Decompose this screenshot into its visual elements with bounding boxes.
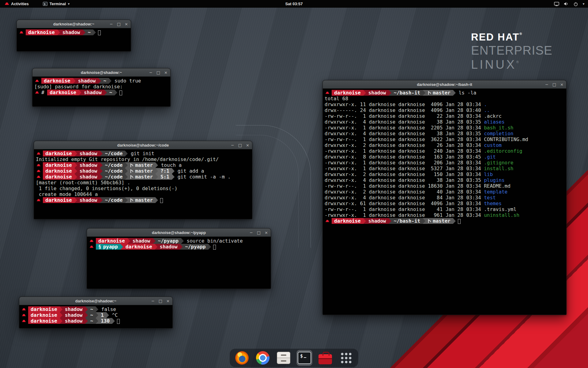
redhat-prompt-icon bbox=[35, 80, 39, 82]
maximize-button[interactable]: □ bbox=[117, 22, 121, 26]
close-button[interactable]: × bbox=[166, 299, 170, 303]
powerline-separator-icon bbox=[73, 78, 76, 84]
terminal-line: Initialized empty Git repository in /hom… bbox=[36, 156, 250, 162]
terminal-line: darknoiseshadow~1 ^C bbox=[21, 312, 171, 318]
minimize-button[interactable]: − bbox=[149, 71, 153, 75]
terminal-cursor bbox=[160, 198, 163, 203]
powerline-separator-icon bbox=[100, 197, 103, 203]
prompt-segment: ~ bbox=[88, 312, 96, 318]
dock-item-files[interactable] bbox=[276, 350, 292, 366]
terminal-content[interactable]: darknoiseshadow~/code git initInitialize… bbox=[34, 149, 252, 204]
prompt-segment: darknoise bbox=[41, 78, 73, 84]
terminal-line: -rw-rw-r--. 1 darknoise darknoise 22 Jan… bbox=[325, 113, 564, 119]
prompt-segment: ~/pyapp bbox=[156, 238, 181, 244]
minimize-button[interactable]: − bbox=[545, 82, 548, 86]
dock-item-firefox[interactable] bbox=[234, 350, 250, 366]
prompt-segment: darknoise bbox=[43, 174, 74, 180]
terminal-line: [master (root-commit) 50bcb63] . bbox=[36, 180, 250, 186]
prompt-segment: shadow bbox=[77, 162, 100, 168]
app-menu-terminal[interactable]: Terminal ▾ bbox=[41, 0, 71, 8]
brand-line-linux: LINUX® bbox=[471, 58, 552, 71]
activities-button[interactable]: Activities bbox=[3, 0, 31, 8]
terminal-line: [sudo] password for darknoise: bbox=[34, 84, 168, 90]
maximize-button[interactable]: □ bbox=[156, 71, 160, 75]
minimize-button[interactable]: − bbox=[110, 22, 113, 26]
terminal-line: -rwxrwxr-x. 1 darknoise darknoise 206 Ja… bbox=[325, 160, 564, 166]
clock[interactable]: Sat 03:57 bbox=[285, 0, 303, 8]
window-titlebar[interactable]: darknoise@shadow:~ − □ × bbox=[19, 297, 172, 305]
app-grid-icon bbox=[340, 352, 352, 364]
powerline-separator-icon bbox=[74, 162, 77, 168]
terminal-line: darknoiseshadow~ false bbox=[21, 306, 171, 312]
files-icon bbox=[277, 352, 290, 364]
minimize-button[interactable]: − bbox=[151, 299, 155, 303]
powerline-separator-icon bbox=[85, 312, 88, 318]
window-exit-codes: darknoise@shadow:~ − □ × darknoiseshadow… bbox=[19, 297, 173, 328]
maximize-button[interactable]: □ bbox=[552, 82, 556, 86]
prompt-segment: darknoise bbox=[28, 312, 60, 318]
maximize-button[interactable]: □ bbox=[159, 299, 162, 303]
prompt-segment: 130 bbox=[98, 318, 112, 324]
powerline-separator-icon bbox=[127, 238, 130, 244]
powerline-separator-icon bbox=[79, 90, 81, 95]
terminal-line: # darknoiseshadow~ bbox=[34, 90, 168, 95]
window-titlebar[interactable]: darknoise@shadow:~ − □ × bbox=[17, 20, 131, 28]
close-button[interactable]: × bbox=[265, 231, 268, 235]
terminal-line: drwxrwxr-x. 4 darknoise darknoise 38 Jan… bbox=[325, 131, 564, 136]
window-titlebar[interactable]: darknoise@shadow:~/pyapp − □ × bbox=[87, 228, 271, 237]
terminal-line: drwxrwxr-x. 2 darknoise darknoise 26 Jan… bbox=[325, 142, 564, 148]
window-titlebar[interactable]: darknoise@shadow:~ − □ × bbox=[32, 68, 170, 77]
powerline-separator-icon bbox=[74, 151, 77, 156]
firefox-icon bbox=[235, 351, 249, 365]
chrome-icon bbox=[256, 351, 270, 365]
window-controls: − □ × bbox=[250, 228, 268, 237]
prompt-segment: ~ bbox=[107, 90, 115, 95]
close-button[interactable]: × bbox=[246, 143, 249, 147]
terminal-content[interactable]: darknoiseshadow~ falsedarknoiseshadow~1 … bbox=[19, 305, 172, 325]
dock-item-terminal[interactable]: $ bbox=[296, 350, 312, 366]
prompt-segment: darknoise bbox=[28, 318, 60, 324]
terminal-content[interactable]: darknoiseshadow~ sudo true[sudo] passwor… bbox=[32, 77, 170, 97]
minimize-button[interactable]: − bbox=[231, 143, 234, 147]
prompt-segment: shadow bbox=[157, 244, 180, 250]
dock-item-toolbox[interactable] bbox=[317, 350, 333, 366]
window-home-small: darknoise@shadow:~ − □ × darknoiseshadow… bbox=[17, 20, 131, 52]
prompt-segment: darknoise bbox=[332, 218, 363, 224]
terminal-line: 1 file changed, 0 insertions(+), 0 delet… bbox=[36, 186, 250, 191]
window-controls: − □ × bbox=[110, 20, 128, 28]
python-icon: § bbox=[98, 244, 101, 250]
dock-item-app-grid[interactable] bbox=[338, 350, 354, 366]
powerline-separator-icon bbox=[98, 78, 101, 84]
terminal-content[interactable]: darknoiseshadow~/bash-itmaster ls -latot… bbox=[323, 89, 566, 225]
powerline-separator-icon bbox=[85, 306, 88, 312]
git-branch-icon bbox=[130, 198, 133, 202]
close-button[interactable]: × bbox=[125, 22, 128, 26]
window-titlebar[interactable]: darknoise@shadow:~/bash-it − □ × bbox=[323, 80, 566, 89]
maximize-button[interactable]: □ bbox=[238, 143, 242, 147]
prompt-segment: master bbox=[128, 197, 155, 203]
prompt-segment: shadow bbox=[77, 151, 100, 156]
terminal-content[interactable]: darknoiseshadow~/pyapp source bin/activa… bbox=[87, 237, 271, 251]
close-button[interactable]: × bbox=[164, 71, 168, 75]
prompt-segment: darknoise bbox=[28, 306, 60, 312]
close-button[interactable]: × bbox=[560, 82, 564, 86]
terminal-content[interactable]: darknoiseshadow~ bbox=[17, 28, 131, 36]
powerline-separator-icon bbox=[104, 90, 107, 95]
redhat-prompt-icon bbox=[90, 240, 93, 243]
prompt-segment: shadow bbox=[77, 197, 100, 203]
minimize-button[interactable]: − bbox=[250, 231, 253, 235]
powerline-separator-icon bbox=[74, 168, 77, 174]
window-title: darknoise@shadow:~/code bbox=[117, 143, 169, 148]
powerline-separator-icon bbox=[155, 162, 158, 168]
terminal-cursor bbox=[98, 30, 101, 35]
window-titlebar[interactable]: darknoise@shadow:~/code − □ × bbox=[34, 141, 252, 149]
system-menu[interactable]: ▾ bbox=[550, 0, 588, 8]
dock-item-chrome[interactable] bbox=[255, 350, 271, 366]
powerline-separator-icon bbox=[60, 306, 62, 312]
window-controls: − □ × bbox=[545, 80, 564, 89]
terminal-cursor bbox=[458, 219, 461, 224]
prompt-segment: darknoise bbox=[43, 197, 74, 203]
maximize-button[interactable]: □ bbox=[257, 231, 261, 235]
volume-icon bbox=[564, 2, 569, 6]
powerline-separator-icon bbox=[208, 244, 211, 250]
